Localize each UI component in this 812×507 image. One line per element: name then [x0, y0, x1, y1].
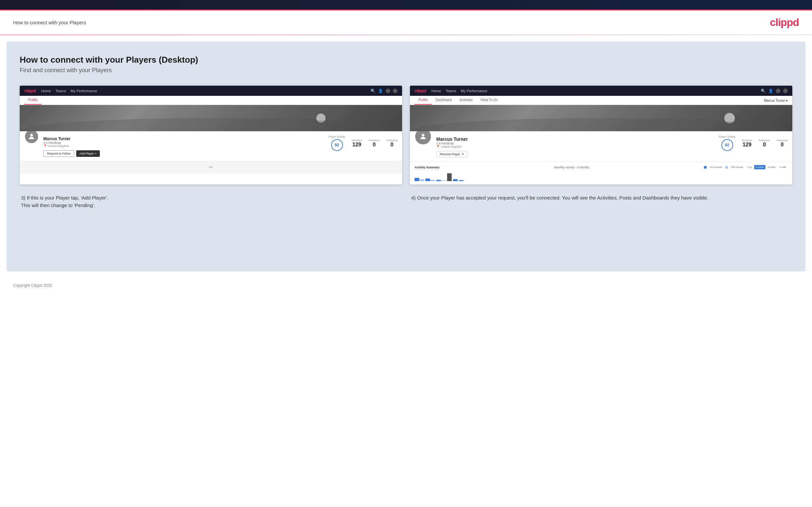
- period-6mths[interactable]: 6 mths: [754, 165, 765, 169]
- logo: clippd: [770, 16, 799, 29]
- quality-1: Player Quality 92: [329, 135, 345, 151]
- action-buttons-2: Remove Player ✕: [436, 151, 714, 158]
- tab-dashboard-2[interactable]: Dashboard: [432, 96, 456, 105]
- bar-group-1: [414, 178, 424, 181]
- page-subheading: Find and connect with your Players: [20, 67, 792, 74]
- stat-activities-1: Activities 129: [351, 139, 362, 148]
- header-title: How to connect with your Players: [13, 20, 86, 25]
- bar-on-2: [425, 178, 430, 181]
- player-name-1: Marcus Turner: [43, 136, 324, 141]
- user-icon-1: 👤: [378, 89, 383, 93]
- main-content: How to connect with your Players (Deskto…: [7, 42, 805, 271]
- descriptions-row: 3) If this is your Player tap, 'Add Play…: [20, 194, 792, 209]
- period-3mths[interactable]: 3 mths: [766, 165, 777, 169]
- mock-nav-icons-2: 🔍 👤: [761, 89, 788, 93]
- description-text-2: 4) Once your Player has accepted your re…: [411, 194, 791, 202]
- mock-nav-1: clippd Home Teams My Performance 🔍 👤: [20, 86, 402, 96]
- search-icon-1: 🔍: [370, 89, 375, 93]
- activity-period: Monthly Activity - 6 Months: [554, 166, 589, 169]
- quality-2: Player Quality 92: [719, 135, 735, 151]
- remove-x-icon: ✕: [461, 153, 464, 156]
- nav-link-performance-2: My Performance: [461, 89, 488, 93]
- svg-point-1: [422, 134, 424, 136]
- activity-header: Activity Summary Monthly Activity - 6 Mo…: [414, 165, 788, 169]
- bar-on-3: [436, 180, 441, 181]
- activity-controls: On course Off course 1 yr 6 mths 3 mths …: [704, 165, 788, 169]
- golf-banner-curves-2: [410, 118, 792, 131]
- add-player-button-1[interactable]: Add Player +: [76, 150, 100, 157]
- stat-followers-2: Followers 0: [759, 139, 770, 148]
- bar-off-2: [430, 180, 435, 181]
- screenshot-2: clippd Home Teams My Performance 🔍 👤 Pro…: [410, 86, 792, 184]
- bar-group-5: [453, 179, 458, 181]
- mock-nav-icons-1: 🔍 👤: [370, 89, 398, 93]
- player-name-2: Marcus Turner: [436, 136, 714, 142]
- user-icon-2: 👤: [768, 89, 773, 93]
- mock-stats-1: Player Quality 92 Activities 129 Followe…: [329, 135, 398, 151]
- period-1mth[interactable]: 1 mth: [778, 165, 788, 169]
- tab-profile-2[interactable]: Profile: [414, 96, 432, 105]
- tab-profile-1[interactable]: Profile: [24, 96, 41, 105]
- avatar-icon-2: [783, 89, 788, 93]
- golf-banner-2: [410, 105, 792, 131]
- tab-activities-2[interactable]: Activities: [456, 96, 476, 105]
- bar-on-6: [459, 180, 463, 181]
- avatar-icon-1: [393, 89, 398, 93]
- handicap-2: 1-5 Handicap: [436, 142, 714, 145]
- tab-what-to-on-2[interactable]: What To On: [476, 96, 502, 105]
- activity-legend: On course Off course: [704, 166, 743, 169]
- bar-group-4: [447, 173, 452, 181]
- bar-on-5: [453, 179, 458, 181]
- location-1: 📍 United Kingdom: [43, 145, 324, 148]
- activity-title: Activity Summary: [414, 166, 440, 169]
- follow-button-1[interactable]: Request to Follow: [43, 150, 74, 157]
- activity-summary: Activity Summary Monthly Activity - 6 Mo…: [410, 161, 792, 184]
- location-icon-1: 📍: [43, 145, 47, 148]
- profile-info-1: Marcus Turner 1-5 Handicap 📍 United King…: [43, 135, 324, 157]
- quality-circle-1: 92: [331, 139, 343, 151]
- avatar-icon-svg-1: [28, 132, 36, 140]
- mock-nav-links-1: Home Teams My Performance: [41, 89, 365, 93]
- mock-logo-2: clippd: [414, 88, 426, 93]
- mock-tabs-2: Profile Dashboard Activities What To On …: [410, 96, 792, 105]
- remove-player-button-2[interactable]: Remove Player ✕: [436, 151, 468, 158]
- location-icon-2: 📍: [436, 145, 440, 148]
- mock-stats-2: Player Quality 92 Activities 129 Followe…: [719, 135, 788, 151]
- mock-nav-2: clippd Home Teams My Performance 🔍 👤: [410, 86, 792, 96]
- handicap-1: 1-5 Handicap: [43, 141, 324, 145]
- nav-link-performance-1: My Performance: [70, 89, 97, 93]
- page-heading: How to connect with your Players (Deskto…: [20, 55, 792, 65]
- bar-group-6: [459, 180, 463, 181]
- footer: Copyright Clippd 2022: [0, 278, 812, 293]
- stat-activities-2: Activities 129: [742, 139, 752, 148]
- bar-on-1: [414, 178, 419, 181]
- mock-tabs-1: Profile: [20, 96, 402, 105]
- search-icon-2: 🔍: [761, 89, 766, 93]
- legend-label-on: On course: [710, 166, 722, 169]
- nav-link-home-1: Home: [41, 89, 51, 93]
- activity-bars: [414, 172, 788, 181]
- avatar-1: [24, 129, 39, 144]
- globe-icon-2: [776, 89, 780, 93]
- legend-label-off: Off course: [731, 166, 743, 169]
- player-selector-2[interactable]: Marcus Turner ▾: [764, 97, 788, 105]
- nav-link-teams-1: Teams: [55, 89, 66, 93]
- legend-dot-off: [725, 166, 728, 169]
- mock-lower-1: ✏: [20, 161, 402, 174]
- header-divider: [0, 35, 812, 35]
- stat-following-2: Following 0: [776, 139, 788, 148]
- mock-profile-1: Marcus Turner 1-5 Handicap 📍 United King…: [20, 131, 402, 161]
- bar-group-2: [425, 178, 435, 181]
- description-text-1: 3) If this is your Player tap, 'Add Play…: [21, 194, 401, 209]
- top-bar: [0, 0, 812, 10]
- screenshot-1: clippd Home Teams My Performance 🔍 👤 Pro…: [20, 86, 402, 184]
- globe-icon-1: [386, 89, 390, 93]
- period-1yr[interactable]: 1 yr: [746, 165, 754, 169]
- stat-followers-1: Followers 0: [368, 139, 380, 148]
- nav-link-teams-2: Teams: [446, 89, 456, 93]
- profile-info-2: Marcus Turner 1-5 Handicap 📍 United King…: [436, 135, 714, 158]
- svg-point-0: [30, 134, 33, 136]
- description-1: 3) If this is your Player tap, 'Add Play…: [20, 194, 402, 209]
- bar-dark-4: [447, 173, 452, 181]
- screenshots-row: clippd Home Teams My Performance 🔍 👤 Pro…: [20, 86, 792, 184]
